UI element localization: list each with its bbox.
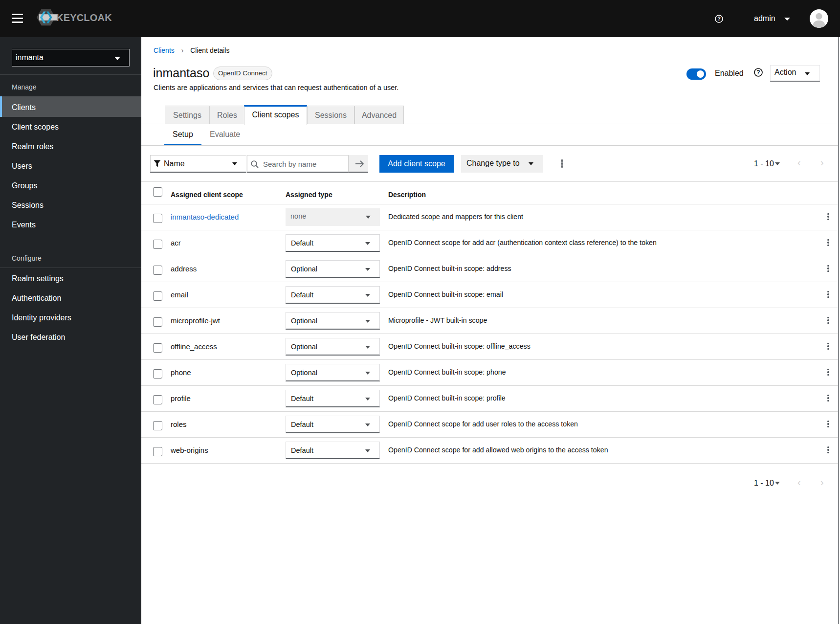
svg-text:?: ? xyxy=(756,69,760,76)
svg-text:KEYCLOAK: KEYCLOAK xyxy=(56,12,112,23)
svg-text:?: ? xyxy=(717,16,721,22)
